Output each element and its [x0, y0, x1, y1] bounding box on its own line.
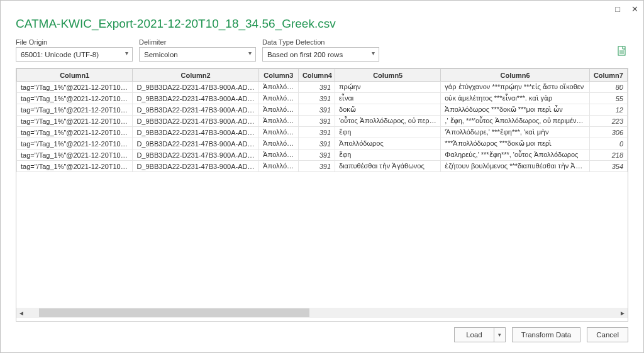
- cell: Ἀπολλόδωρος: [258, 82, 298, 93]
- cell: D_9BB3DA22-D231-47B3-900A-AD48239FB3FF: [133, 127, 258, 138]
- cell: 391: [298, 161, 335, 172]
- cell: 391: [298, 138, 335, 149]
- cell: D_9BB3DA22-D231-47B3-900A-AD48239FB3FF: [133, 116, 258, 127]
- cell: D_9BB3DA22-D231-47B3-900A-AD48239FB3FF: [133, 104, 258, 116]
- header-row: Column1 Column2 Column3 Column4 Column5 …: [17, 69, 628, 82]
- cell: Ἀπολλόδωρος: [258, 149, 298, 161]
- cell: ἔφη: [335, 127, 441, 138]
- detection-label: Data Type Detection: [262, 38, 379, 46]
- cell: 391: [298, 104, 335, 116]
- col-header-1[interactable]: Column1: [17, 69, 133, 82]
- cell: 391: [298, 116, 335, 127]
- cell: 354: [589, 161, 627, 172]
- cell: 'Ἀπολλόδωρε,' ***ἔφη***, 'καὶ μὴν: [441, 127, 589, 138]
- table-row[interactable]: tag="/Tag_1%"@2021-12-20T10:18:28.198D_9…: [17, 127, 628, 138]
- cell: ,' ἔφη, ***'οὗτος Ἀπολλόδωρος, οὐ περιμέ…: [441, 116, 589, 127]
- close-icon[interactable]: ✕: [631, 4, 638, 14]
- titlebar: □ ✕: [615, 4, 638, 14]
- delimiter-label: Delimiter: [139, 38, 256, 46]
- cell: δοκῶ: [335, 104, 441, 116]
- cell: tag="/Tag_1%"@2021-12-20T10:18:28.198: [17, 149, 133, 161]
- maximize-icon[interactable]: □: [615, 4, 620, 14]
- cell: tag="/Tag_1%"@2021-12-20T10:18:28.198: [17, 138, 133, 149]
- file-origin-label: File Origin: [16, 38, 133, 46]
- cell: tag="/Tag_1%"@2021-12-20T10:18:28.198: [17, 116, 133, 127]
- col-header-5[interactable]: Column5: [335, 69, 441, 82]
- cell: tag="/Tag_1%"@2021-12-20T10:18:28.198: [17, 104, 133, 116]
- table-row[interactable]: tag="/Tag_1%"@2021-12-20T10:18:28.198D_9…: [17, 138, 628, 149]
- col-header-7[interactable]: Column7: [589, 69, 627, 82]
- cell: D_9BB3DA22-D231-47B3-900A-AD48239FB3FF: [133, 138, 258, 149]
- cell: 0: [589, 138, 627, 149]
- import-controls: File Origin 65001: Unicode (UTF-8) Delim…: [1, 38, 643, 68]
- cell: ***Ἀπολλόδωρος ***δοκῶ μοι περὶ: [441, 138, 589, 149]
- cell: εἶναι: [335, 93, 441, 104]
- detection-dropdown[interactable]: Based on first 200 rows: [262, 47, 379, 62]
- cell: 55: [589, 93, 627, 104]
- cell: 391: [298, 93, 335, 104]
- scroll-thumb[interactable]: [39, 308, 309, 317]
- cell: Φαληρεύς,' ***ἔφη***, 'οὗτος Ἀπολλόδωρος: [441, 149, 589, 161]
- cell: 391: [298, 127, 335, 138]
- cell: οὐκ ἀμελέτητος ***εἶναι***. καὶ γὰρ: [441, 93, 589, 104]
- table-row[interactable]: tag="/Tag_1%"@2021-12-20T10:18:28.198D_9…: [17, 161, 628, 172]
- scroll-right-icon[interactable]: ►: [618, 310, 628, 317]
- cell: 218: [589, 149, 627, 161]
- cell: Ἀπολλόδωρος: [258, 104, 298, 116]
- table-row[interactable]: tag="/Tag_1%"@2021-12-20T10:18:28.198D_9…: [17, 93, 628, 104]
- col-header-4[interactable]: Column4: [298, 69, 335, 82]
- cell: Ἀπολλόδωρος: [258, 138, 298, 149]
- detection-control: Data Type Detection Based on first 200 r…: [262, 38, 379, 62]
- delimiter-dropdown[interactable]: Semicolon: [139, 47, 256, 62]
- cell: Ἀπολλόδωρος ***δοκῶ ***μοι περὶ ὧν: [441, 104, 589, 116]
- cell: Ἀπολλόδωρος: [258, 116, 298, 127]
- cancel-button[interactable]: Cancel: [587, 327, 628, 342]
- cell: ἐζήτουν βουλόμενος ***διαπυθέσθαι τὴν Ἀγ…: [441, 161, 589, 172]
- cell: διαπυθέσθαι τὴν Ἀγάθωνος: [335, 161, 441, 172]
- cell: Ἀπολλόδωρος: [335, 138, 441, 149]
- cell: D_9BB3DA22-D231-47B3-900A-AD48239FB3FF: [133, 93, 258, 104]
- cell: Ἀπολλόδωρος: [258, 161, 298, 172]
- col-header-6[interactable]: Column6: [441, 69, 589, 82]
- header: CATMA-KWIC_Export-2021-12-20T10_18_34.56…: [1, 1, 643, 38]
- file-origin-control: File Origin 65001: Unicode (UTF-8): [16, 38, 133, 62]
- col-header-3[interactable]: Column3: [258, 69, 298, 82]
- cell: 306: [589, 127, 627, 138]
- cell: D_9BB3DA22-D231-47B3-900A-AD48239FB3FF: [133, 149, 258, 161]
- cell: tag="/Tag_1%"@2021-12-20T10:18:28.198: [17, 82, 133, 93]
- cell: 80: [589, 82, 627, 93]
- file-title: CATMA-KWIC_Export-2021-12-20T10_18_34.56…: [16, 17, 628, 31]
- cell: D_9BB3DA22-D231-47B3-900A-AD48239FB3FF: [133, 161, 258, 172]
- load-dropdown-button[interactable]: ▾: [494, 327, 506, 342]
- cell: Ἀπολλόδωρος: [258, 93, 298, 104]
- cell: tag="/Tag_1%"@2021-12-20T10:18:28.198: [17, 93, 133, 104]
- table-row[interactable]: tag="/Tag_1%"@2021-12-20T10:18:28.198D_9…: [17, 149, 628, 161]
- cell: tag="/Tag_1%"@2021-12-20T10:18:28.198: [17, 161, 133, 172]
- load-button-group: Load ▾: [454, 327, 506, 342]
- cell: 391: [298, 149, 335, 161]
- scroll-left-icon[interactable]: ◄: [16, 310, 26, 317]
- delimiter-control: Delimiter Semicolon: [139, 38, 256, 62]
- document-icon[interactable]: [617, 46, 627, 58]
- cell: tag="/Tag_1%"@2021-12-20T10:18:28.198: [17, 127, 133, 138]
- cell: 'οὗτος Ἀπολλόδωρος, οὐ περιμένεις;': [335, 116, 441, 127]
- col-header-2[interactable]: Column2: [133, 69, 258, 82]
- cell: 391: [298, 82, 335, 93]
- cell: 12: [589, 104, 627, 116]
- cell: ἔφη: [335, 149, 441, 161]
- dialog-footer: Load ▾ Transform Data Cancel: [454, 327, 628, 342]
- scroll-track[interactable]: [26, 308, 618, 317]
- table-row[interactable]: tag="/Tag_1%"@2021-12-20T10:18:28.198D_9…: [17, 82, 628, 93]
- cell: Ἀπολλόδωρος: [258, 127, 298, 138]
- cell: D_9BB3DA22-D231-47B3-900A-AD48239FB3FF: [133, 82, 258, 93]
- load-button[interactable]: Load: [454, 327, 494, 342]
- file-origin-dropdown[interactable]: 65001: Unicode (UTF-8): [16, 47, 133, 62]
- table-row[interactable]: tag="/Tag_1%"@2021-12-20T10:18:28.198D_9…: [17, 116, 628, 127]
- cell: γάρ ἐτύγχανον ***πρῴην ***εἰς ἄστυ οἴκοθ…: [441, 82, 589, 93]
- transform-data-button[interactable]: Transform Data: [512, 327, 580, 342]
- cell: 223: [589, 116, 627, 127]
- cell: πρῴην: [335, 82, 441, 93]
- table-row[interactable]: tag="/Tag_1%"@2021-12-20T10:18:28.198D_9…: [17, 104, 628, 116]
- horizontal-scrollbar[interactable]: ◄ ►: [16, 308, 628, 318]
- data-preview-grid: Column1 Column2 Column3 Column4 Column5 …: [16, 68, 628, 322]
